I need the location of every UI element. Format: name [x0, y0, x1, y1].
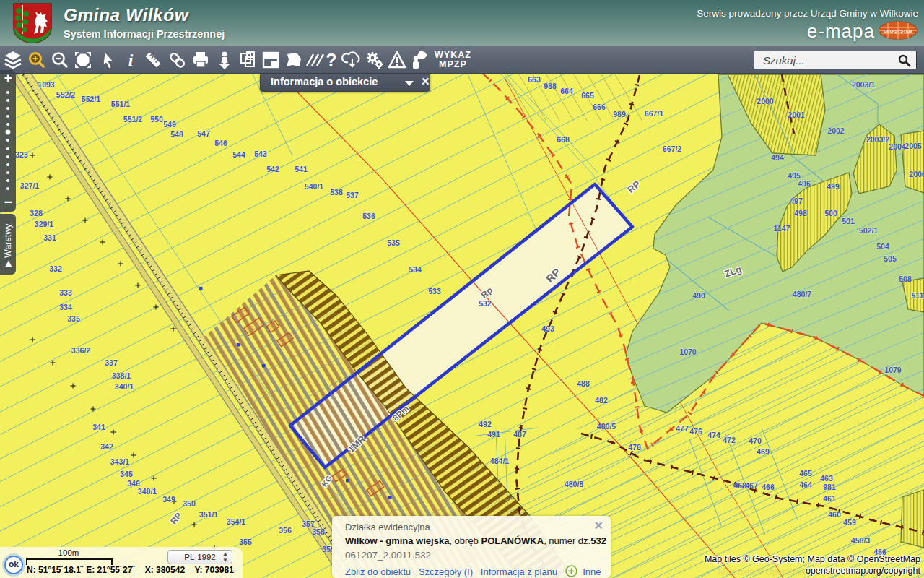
svg-text:459: 459: [843, 518, 856, 527]
svg-text:338/1: 338/1: [112, 371, 131, 380]
svg-text:667/2: 667/2: [663, 144, 681, 153]
svg-text:1070: 1070: [679, 348, 697, 356]
svg-text:343/1: 343/1: [110, 457, 129, 466]
svg-text:498: 498: [794, 209, 807, 217]
svg-text:548: 548: [170, 130, 183, 139]
svg-text:2000: 2000: [757, 97, 774, 105]
svg-text:463: 463: [820, 474, 833, 483]
svg-text:466: 466: [762, 483, 775, 491]
svg-text:480/8: 480/8: [565, 480, 583, 488]
svg-text:536: 536: [362, 212, 375, 220]
svg-text:i: i: [128, 51, 134, 69]
svg-text:348/1: 348/1: [138, 487, 157, 496]
svg-text:540/1: 540/1: [305, 182, 323, 191]
svg-text:476: 476: [689, 427, 702, 436]
svg-text:2006: 2006: [909, 170, 924, 178]
svg-text:GEO-SYSTEM: GEO-SYSTEM: [884, 29, 912, 33]
svg-text:460: 460: [828, 510, 841, 519]
svg-text:543: 543: [254, 150, 267, 158]
svg-text:328: 328: [30, 209, 43, 217]
svg-text:358: 358: [312, 527, 325, 536]
svg-text:542: 542: [266, 165, 279, 173]
svg-text:488: 488: [577, 379, 590, 388]
svg-text:327/1: 327/1: [20, 181, 39, 190]
svg-text:1079: 1079: [884, 366, 902, 374]
svg-text:1093: 1093: [38, 80, 55, 89]
svg-text:333: 333: [59, 288, 72, 297]
svg-text:551/2: 551/2: [123, 115, 142, 124]
svg-text:461: 461: [823, 494, 836, 503]
svg-text:477: 477: [676, 424, 689, 433]
svg-text:547: 547: [197, 129, 210, 138]
svg-text:480/5: 480/5: [597, 422, 616, 431]
svg-text:981: 981: [823, 483, 836, 491]
svg-text:663: 663: [528, 75, 541, 84]
svg-text:500: 500: [824, 209, 837, 217]
svg-text:497: 497: [790, 197, 803, 205]
svg-text:323: 323: [15, 150, 28, 159]
svg-text:332: 332: [49, 264, 62, 273]
svg-text:2001: 2001: [788, 111, 805, 119]
svg-text:552/2: 552/2: [56, 90, 75, 99]
svg-text:482: 482: [595, 396, 608, 405]
svg-text:665: 665: [581, 91, 594, 100]
svg-text:478: 478: [628, 443, 641, 452]
svg-text:504: 504: [876, 242, 889, 251]
svg-text:537: 537: [346, 191, 359, 199]
svg-text:496: 496: [798, 179, 811, 188]
svg-text:484/1: 484/1: [490, 457, 509, 465]
svg-text:487: 487: [513, 430, 526, 439]
svg-text:337: 337: [105, 358, 118, 367]
svg-text:336/2: 336/2: [71, 346, 90, 355]
svg-text:350: 350: [183, 499, 196, 508]
svg-text:492: 492: [479, 420, 492, 428]
svg-text:342: 342: [100, 442, 113, 451]
svg-text:502/1: 502/1: [859, 226, 878, 235]
svg-text:533: 533: [428, 287, 441, 296]
svg-text:505: 505: [884, 254, 897, 263]
svg-text:335: 335: [67, 314, 80, 323]
svg-text:493: 493: [541, 324, 554, 333]
svg-text:465: 465: [799, 469, 812, 478]
svg-text:538: 538: [330, 188, 343, 197]
svg-text:494: 494: [771, 153, 784, 162]
svg-text:458/3: 458/3: [851, 536, 870, 545]
svg-text:331: 331: [43, 233, 56, 242]
svg-text:550: 550: [150, 115, 163, 124]
svg-text:341: 341: [92, 423, 105, 431]
svg-text:2005: 2005: [905, 142, 922, 150]
svg-text:534: 534: [409, 265, 422, 274]
svg-text:501: 501: [842, 217, 855, 225]
svg-text:666: 666: [593, 103, 606, 111]
svg-text:340/1: 340/1: [115, 382, 134, 391]
svg-text:474: 474: [707, 431, 720, 439]
svg-text:552/1: 552/1: [82, 95, 100, 103]
svg-text:2003/2: 2003/2: [866, 135, 889, 144]
svg-text:1147: 1147: [774, 224, 790, 233]
svg-text:664: 664: [560, 87, 573, 95]
svg-text:499: 499: [827, 182, 840, 191]
svg-text:349: 349: [162, 495, 175, 504]
svg-text:351/1: 351/1: [199, 510, 218, 519]
svg-text:470: 470: [749, 436, 762, 445]
svg-text:334: 334: [59, 303, 72, 311]
svg-text:469: 469: [757, 447, 770, 456]
svg-text:2002: 2002: [827, 126, 845, 135]
svg-text:511: 511: [912, 291, 924, 300]
svg-text:491: 491: [487, 430, 500, 439]
svg-text:546: 546: [214, 139, 227, 147]
svg-text:988: 988: [544, 82, 557, 90]
svg-text:541: 541: [295, 165, 308, 173]
svg-text:467: 467: [745, 481, 758, 490]
svg-text:355: 355: [239, 538, 252, 546]
svg-text:667/1: 667/1: [645, 109, 663, 118]
svg-text:549: 549: [163, 120, 176, 129]
svg-text:329/1: 329/1: [35, 220, 53, 228]
svg-text:508: 508: [899, 275, 912, 283]
svg-text:354/1: 354/1: [227, 517, 245, 526]
svg-text:464: 464: [799, 480, 812, 489]
svg-text:490: 490: [692, 291, 705, 300]
svg-text:544: 544: [232, 150, 245, 159]
svg-text:?: ?: [326, 50, 336, 70]
svg-text:535: 535: [387, 238, 400, 247]
